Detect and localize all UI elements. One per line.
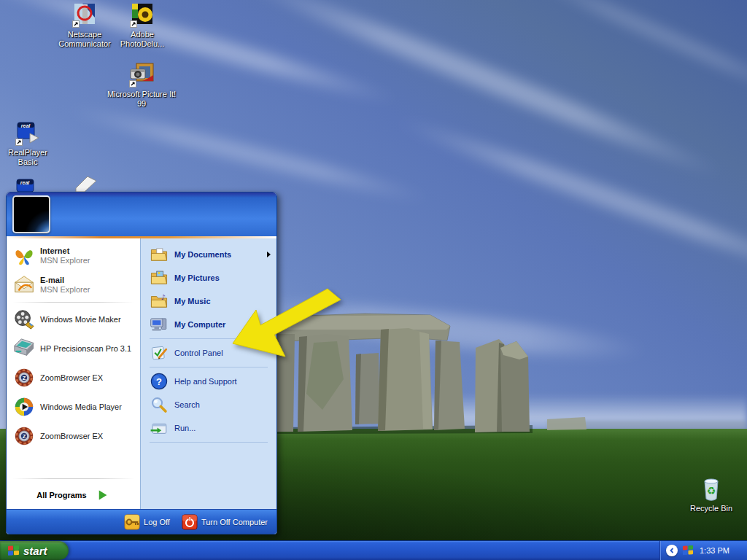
run-icon xyxy=(150,419,169,438)
cloud-streak xyxy=(240,292,650,367)
desktop-icon-netscape[interactable]: Netscape Communicator xyxy=(48,3,121,49)
menu-item-label: Search xyxy=(174,400,200,409)
menu-item-label: My Documents xyxy=(174,250,231,259)
my-music-icon: ♪ xyxy=(150,292,169,311)
menu-item-email[interactable]: E-mail MSN Explorer xyxy=(7,271,140,300)
start-button[interactable]: start xyxy=(0,541,69,560)
menu-item-hp-precisionscan[interactable]: HP Precisionscan Pro 3.1 xyxy=(7,334,140,363)
menu-item-search[interactable]: Search xyxy=(141,393,276,416)
menu-item-zoombrowser-1[interactable]: Z ZoomBrowser EX xyxy=(7,363,140,392)
menu-item-control-panel[interactable]: Control Panel xyxy=(141,341,276,365)
system-tray: 1:33 PM xyxy=(659,541,747,560)
separator xyxy=(150,338,268,339)
tray-windows-update-icon[interactable] xyxy=(682,545,694,556)
all-programs-arrow-icon xyxy=(94,487,110,503)
taskbar-clock: 1:33 PM xyxy=(700,546,729,555)
log-off-label: Log Off xyxy=(144,518,170,526)
desktop-icon-adobe-photodeluxe[interactable]: Adobe PhotoDelu... xyxy=(112,3,172,49)
my-pictures-icon xyxy=(150,268,169,287)
svg-text:Z: Z xyxy=(23,375,26,381)
user-avatar xyxy=(12,195,50,233)
menu-item-title: E-mail xyxy=(40,276,90,285)
menu-item-label: Help and Support xyxy=(174,377,237,386)
menu-item-title: ZoomBrowser EX xyxy=(40,373,103,383)
separator xyxy=(150,442,268,443)
zoombrowser-icon: Z xyxy=(13,425,35,447)
menu-item-my-pictures[interactable]: My Pictures xyxy=(141,266,276,289)
menu-item-my-music[interactable]: ♪ My Music xyxy=(141,289,276,313)
menu-item-title: Windows Movie Maker xyxy=(40,315,121,324)
start-menu-right-column: My Documents My Pictures ♪ xyxy=(140,238,276,509)
desktop-icon-realplayer[interactable]: real RealPlayer Basic xyxy=(0,121,55,167)
turn-off-label: Turn Off Computer xyxy=(201,518,268,526)
zoombrowser-icon: Z xyxy=(13,367,35,389)
shortcut-arrow-icon xyxy=(130,20,137,28)
shortcut-arrow-icon xyxy=(72,20,80,28)
desktop-icon-label: RealPlayer Basic xyxy=(0,148,55,167)
menu-item-windows-media-player[interactable]: Windows Media Player xyxy=(7,392,140,421)
netscape-icon xyxy=(72,3,97,28)
log-off-button[interactable]: Log Off xyxy=(124,514,170,530)
menu-item-label: Control Panel xyxy=(174,349,223,357)
turn-off-computer-button[interactable]: Turn Off Computer xyxy=(182,514,268,530)
menu-item-windows-movie-maker[interactable]: Windows Movie Maker xyxy=(7,305,140,334)
picture-it-icon xyxy=(129,63,154,88)
cloud-streak xyxy=(521,0,747,104)
start-button-label: start xyxy=(23,545,47,557)
shortcut-arrow-icon xyxy=(15,139,23,146)
control-panel-icon xyxy=(150,343,169,362)
my-computer-icon xyxy=(150,315,169,334)
submenu-arrow-icon xyxy=(267,252,271,257)
all-programs-label: All Programs xyxy=(36,491,86,499)
svg-text:?: ? xyxy=(156,376,162,387)
hide-icons-chevron[interactable] xyxy=(666,545,678,556)
power-icon xyxy=(182,514,198,530)
media-player-icon xyxy=(13,396,35,418)
adobe-photodeluxe-icon xyxy=(130,3,155,28)
separator xyxy=(150,367,268,368)
taskbar: start 1:33 PM xyxy=(0,540,747,560)
menu-item-help-and-support[interactable]: ? Help and Support xyxy=(141,370,276,393)
svg-text:♪: ♪ xyxy=(160,293,165,301)
my-documents-icon xyxy=(150,245,169,264)
desktop-icon-label: Adobe PhotoDelu... xyxy=(112,30,172,49)
menu-item-zoombrowser-2[interactable]: Z ZoomBrowser EX xyxy=(7,421,140,451)
svg-text:♻: ♻ xyxy=(707,485,716,497)
all-programs-button[interactable]: All Programs xyxy=(7,481,140,509)
start-menu-footer: Log Off Turn Off Computer xyxy=(7,509,276,534)
menu-item-title: ZoomBrowser EX xyxy=(40,432,103,441)
film-reel-icon xyxy=(13,308,35,330)
desktop-icon-label: Microsoft Picture It! 99 xyxy=(107,90,177,109)
menu-item-label: My Music xyxy=(174,297,211,306)
email-envelope-icon xyxy=(13,274,35,296)
start-menu-left-column: Internet MSN Explorer E-mail MSN Explore… xyxy=(7,238,140,509)
svg-text:real: real xyxy=(21,123,31,128)
help-icon: ? xyxy=(150,372,169,391)
document-icon-partial[interactable] xyxy=(71,175,98,192)
cloud-streak xyxy=(390,110,747,287)
separator xyxy=(12,302,134,303)
desktop-icon-recycle-bin[interactable]: ♻ Recycle Bin xyxy=(686,477,737,513)
menu-item-title: HP Precisionscan Pro 3.1 xyxy=(40,344,131,354)
realplayer-icon-partial[interactable]: real xyxy=(15,178,39,192)
msn-butterfly-icon xyxy=(13,245,35,267)
desktop-icon-picture-it[interactable]: Microsoft Picture It! 99 xyxy=(107,63,177,109)
separator xyxy=(12,478,134,479)
desktop-icon-label: Recycle Bin xyxy=(690,504,732,513)
menu-item-subtitle: MSN Explorer xyxy=(40,256,90,265)
menu-item-run[interactable]: Run... xyxy=(141,416,276,440)
menu-item-internet[interactable]: Internet MSN Explorer xyxy=(7,241,140,271)
log-off-key-icon xyxy=(124,514,140,530)
search-icon xyxy=(150,395,169,414)
start-menu: Internet MSN Explorer E-mail MSN Explore… xyxy=(6,192,277,534)
menu-item-label: Run... xyxy=(174,424,196,432)
menu-item-title: Internet xyxy=(40,246,90,256)
scanner-icon xyxy=(13,338,35,359)
menu-item-my-documents[interactable]: My Documents xyxy=(141,243,276,266)
menu-item-label: My Pictures xyxy=(174,273,220,282)
recycle-bin-icon: ♻ xyxy=(699,477,724,502)
desktop: Netscape Communicator Adobe PhotoDelu... xyxy=(0,0,747,560)
menu-item-my-computer[interactable]: My Computer xyxy=(141,313,276,336)
realplayer-icon: real xyxy=(15,121,40,146)
menu-item-subtitle: MSN Explorer xyxy=(40,285,90,295)
